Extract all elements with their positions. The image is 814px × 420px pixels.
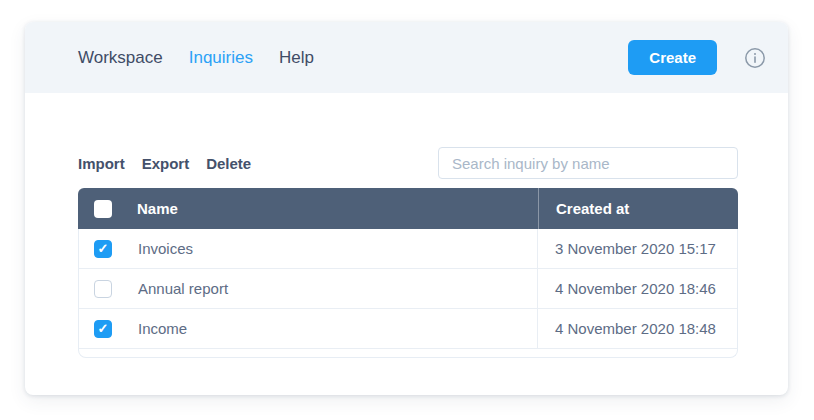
nav-item-help[interactable]: Help xyxy=(279,48,314,68)
row-created-at: 4 November 2020 18:48 xyxy=(537,309,737,348)
nav-links: Workspace Inquiries Help xyxy=(78,48,314,68)
nav-item-inquiries[interactable]: Inquiries xyxy=(189,48,253,68)
table-row[interactable]: ✓ Annual report 4 November 2020 18:46 xyxy=(79,269,737,309)
row-checkbox[interactable]: ✓ xyxy=(94,240,112,258)
bulk-actions: Import Export Delete xyxy=(78,155,251,172)
row-created-at: 3 November 2020 15:17 xyxy=(537,229,737,268)
row-name: Income xyxy=(138,320,537,337)
row-checkbox-cell: ✓ xyxy=(79,320,138,338)
main-card: Workspace Inquiries Help Create Import E… xyxy=(25,22,788,395)
row-name: Invoices xyxy=(138,240,537,257)
export-button[interactable]: Export xyxy=(142,155,190,172)
import-button[interactable]: Import xyxy=(78,155,125,172)
column-header-created-at[interactable]: Created at xyxy=(538,188,738,229)
top-nav: Workspace Inquiries Help Create xyxy=(25,22,788,93)
table-header-row: ✓ Name Created at xyxy=(78,188,738,229)
row-checkbox-cell: ✓ xyxy=(79,280,138,298)
inquiries-table: ✓ Name Created at ✓ Invoices 3 November … xyxy=(78,188,738,358)
row-name: Annual report xyxy=(138,280,537,297)
delete-button[interactable]: Delete xyxy=(206,155,251,172)
row-checkbox[interactable]: ✓ xyxy=(94,320,112,338)
table-row[interactable]: ✓ Invoices 3 November 2020 15:17 xyxy=(79,229,737,269)
header-checkbox-cell: ✓ xyxy=(78,200,137,218)
search-input[interactable] xyxy=(438,147,738,179)
info-icon-glyph xyxy=(744,47,766,69)
row-checkbox[interactable]: ✓ xyxy=(94,280,112,298)
create-button[interactable]: Create xyxy=(628,40,717,75)
table-toolbar: Import Export Delete xyxy=(78,147,738,179)
row-created-at: 4 November 2020 18:46 xyxy=(537,269,737,308)
table-body: ✓ Invoices 3 November 2020 15:17 ✓ Annua… xyxy=(78,229,738,358)
select-all-checkbox[interactable]: ✓ xyxy=(94,200,112,218)
column-header-name[interactable]: Name xyxy=(137,200,538,217)
table-row[interactable]: ✓ Income 4 November 2020 18:48 xyxy=(79,309,737,349)
nav-item-workspace[interactable]: Workspace xyxy=(78,48,163,68)
row-checkbox-cell: ✓ xyxy=(79,240,138,258)
info-icon[interactable] xyxy=(744,47,766,69)
